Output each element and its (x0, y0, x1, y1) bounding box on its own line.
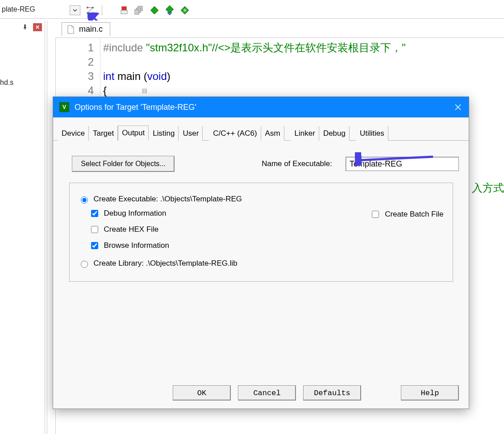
green-diamond-icon[interactable] (149, 5, 160, 16)
create-hex-checkbox[interactable] (91, 226, 98, 233)
debug-info-checkbox[interactable] (91, 210, 98, 217)
tab-device[interactable]: Device (58, 126, 89, 141)
browse-info-label: Browse Information (104, 239, 169, 252)
green-diamond-hatched-icon[interactable] (179, 5, 190, 16)
tab-linker[interactable]: Linker (291, 126, 319, 141)
tab-user[interactable]: User (179, 126, 203, 141)
tab-asm[interactable]: Asm (261, 126, 284, 141)
file-icon (67, 25, 75, 34)
cancel-button[interactable]: Cancel (238, 385, 296, 401)
dialog-title: Options for Target 'Template-REG' (75, 103, 196, 112)
dialog-button-row: OK Cancel Defaults Help (53, 379, 469, 409)
main-toolbar: plate-REG (0, 0, 504, 19)
dialog-titlebar[interactable]: V Options for Target 'Template-REG' (53, 97, 469, 117)
toolbar-separator (102, 5, 112, 16)
fold-toggle-icon[interactable]: ⊟ (142, 83, 148, 98)
target-name-readout: plate-REG (0, 5, 67, 13)
panel-close-icon[interactable]: ✕ (33, 23, 42, 31)
ok-button[interactable]: OK (173, 385, 231, 401)
tab-debug[interactable]: Debug (319, 126, 350, 141)
debug-info-label: Debug Information (104, 207, 167, 220)
options-tab-strip: Device Target Output Listing User C/C++ … (53, 117, 469, 141)
name-of-executable-label: Name of Executable: (262, 159, 332, 168)
code-text[interactable]: #include "stm32f10x.h"//<>是表示头文件在软件安装根目录… (103, 41, 504, 98)
editor-tab-main-c[interactable]: main.c (62, 22, 110, 36)
multi-project-icon[interactable] (134, 5, 145, 16)
defaults-button[interactable]: Defaults (303, 385, 361, 401)
create-batch-label: Create Batch File (385, 208, 443, 221)
create-output-group: Create Executable: .\Objects\Template-RE… (69, 183, 453, 282)
panel-splitter[interactable] (45, 21, 47, 434)
close-icon (454, 104, 462, 111)
options-target-icon[interactable] (85, 5, 96, 16)
svg-rect-8 (134, 10, 139, 14)
project-file-fragment[interactable]: hd.s (0, 79, 13, 87)
chevron-down-icon (72, 8, 78, 13)
create-executable-label: Create Executable: .\Objects\Template-RE… (94, 195, 242, 204)
svg-rect-5 (121, 10, 127, 14)
name-of-executable-input[interactable] (346, 157, 459, 171)
create-executable-radio[interactable] (81, 196, 88, 204)
help-button[interactable]: Help (401, 385, 459, 401)
select-folder-button[interactable]: Select Folder for Objects... (72, 156, 175, 172)
tab-output[interactable]: Output (118, 125, 149, 141)
green-diamond-funnel-icon[interactable] (164, 5, 175, 16)
tab-utilities[interactable]: Utilities (356, 126, 388, 141)
pin-icon[interactable] (21, 23, 29, 31)
tab-target[interactable]: Target (89, 126, 118, 141)
output-panel: Select Folder for Objects... Name of Exe… (53, 141, 469, 379)
app-icon: V (59, 102, 69, 112)
tab-listing[interactable]: Listing (149, 126, 179, 141)
code-comment-fragment: 入方式 (472, 181, 504, 195)
create-library-radio[interactable] (81, 261, 88, 268)
tab-ccpp[interactable]: C/C++ (AC6) (209, 126, 261, 141)
browse-info-checkbox[interactable] (91, 242, 98, 249)
manage-project-icon[interactable] (119, 5, 129, 16)
options-dialog: V Options for Target 'Template-REG' Devi… (53, 96, 469, 409)
dialog-close-button[interactable] (447, 97, 469, 117)
create-batch-checkbox[interactable] (372, 211, 379, 218)
svg-rect-9 (151, 7, 158, 14)
svg-rect-4 (122, 7, 126, 10)
editor-tab-label: main.c (79, 25, 103, 34)
target-dropdown-button[interactable] (70, 5, 80, 15)
create-library-label: Create Library: .\Objects\Template-REG.l… (94, 259, 237, 268)
svg-rect-10 (166, 6, 174, 13)
create-hex-label: Create HEX File (104, 223, 159, 236)
